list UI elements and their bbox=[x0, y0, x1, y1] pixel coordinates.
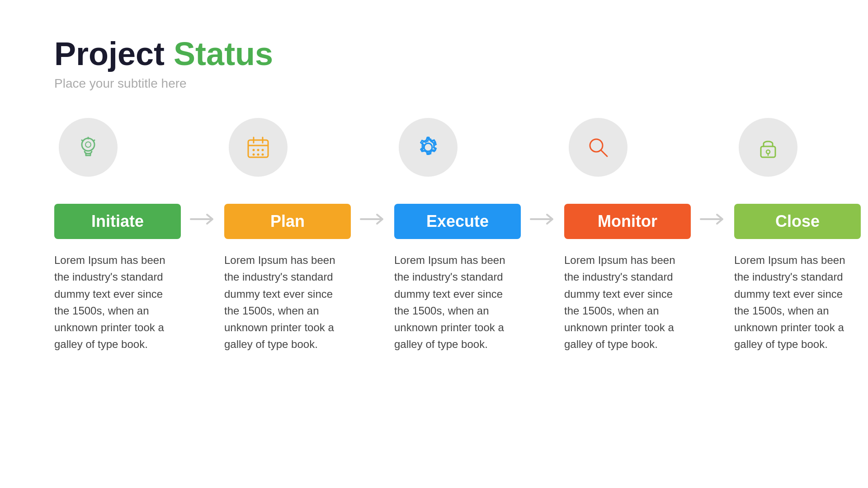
monitor-label-row: Monitor bbox=[564, 204, 691, 239]
plan-button[interactable]: Plan bbox=[224, 204, 351, 239]
arrow-icon-2 bbox=[351, 204, 394, 226]
initiate-button[interactable]: Initiate bbox=[54, 204, 181, 239]
execute-description: Lorem Ipsum has been the industry's stan… bbox=[394, 252, 521, 352]
calendar-icon bbox=[245, 134, 272, 161]
arrow-1 bbox=[181, 118, 224, 226]
close-label-row: Close bbox=[734, 204, 861, 239]
execute-icon-circle bbox=[399, 118, 458, 177]
svg-line-5 bbox=[94, 140, 94, 141]
initiate-icon-circle bbox=[59, 118, 118, 177]
subtitle: Place your subtitle here bbox=[54, 76, 814, 91]
svg-line-21 bbox=[601, 150, 607, 156]
page: Project Status Place your subtitle here bbox=[0, 0, 868, 488]
monitor-button[interactable]: Monitor bbox=[564, 204, 691, 239]
arrow-icon-1 bbox=[181, 204, 224, 226]
plan-label-row: Plan bbox=[224, 204, 351, 239]
title-part1: Project bbox=[54, 36, 174, 72]
arrow-icon-3 bbox=[521, 204, 564, 226]
lightbulb-icon bbox=[75, 134, 102, 161]
arrow-4 bbox=[691, 118, 734, 226]
plan-description: Lorem Ipsum has been the industry's stan… bbox=[224, 252, 351, 352]
svg-point-14 bbox=[262, 149, 264, 151]
arrow-3 bbox=[521, 118, 564, 226]
page-title: Project Status bbox=[54, 36, 814, 72]
initiate-label-row: Initiate bbox=[54, 204, 181, 239]
close-icon-circle bbox=[739, 118, 797, 177]
title-part2: Status bbox=[174, 36, 273, 72]
execute-button[interactable]: Execute bbox=[394, 204, 521, 239]
svg-point-15 bbox=[253, 154, 255, 156]
step-execute: Execute Lorem Ipsum has been the industr… bbox=[394, 118, 521, 352]
svg-line-6 bbox=[82, 140, 83, 141]
plan-icon-circle bbox=[229, 118, 288, 177]
svg-point-7 bbox=[85, 142, 91, 147]
step-plan: Plan Lorem Ipsum has been the industry's… bbox=[224, 118, 351, 352]
arrow-2 bbox=[351, 118, 394, 226]
close-description: Lorem Ipsum has been the industry's stan… bbox=[734, 252, 861, 352]
monitor-description: Lorem Ipsum has been the industry's stan… bbox=[564, 252, 691, 352]
gear-icon bbox=[415, 134, 442, 161]
svg-point-12 bbox=[253, 149, 255, 151]
svg-point-16 bbox=[257, 154, 259, 156]
title-area: Project Status Place your subtitle here bbox=[54, 36, 814, 91]
svg-point-17 bbox=[262, 154, 264, 156]
svg-point-0 bbox=[82, 138, 94, 151]
step-initiate: Initiate Lorem Ipsum has been the indust… bbox=[54, 118, 181, 352]
lock-icon bbox=[755, 134, 782, 161]
close-button[interactable]: Close bbox=[734, 204, 861, 239]
search-icon bbox=[585, 134, 612, 161]
initiate-description: Lorem Ipsum has been the industry's stan… bbox=[54, 252, 181, 352]
svg-point-13 bbox=[257, 149, 259, 151]
monitor-icon-circle bbox=[569, 118, 627, 177]
diagram: Initiate Lorem Ipsum has been the indust… bbox=[54, 118, 814, 352]
svg-point-19 bbox=[424, 143, 432, 151]
arrow-icon-4 bbox=[691, 204, 734, 226]
step-close: Close Lorem Ipsum has been the industry'… bbox=[734, 118, 861, 352]
execute-label-row: Execute bbox=[394, 204, 521, 239]
step-monitor: Monitor Lorem Ipsum has been the industr… bbox=[564, 118, 691, 352]
